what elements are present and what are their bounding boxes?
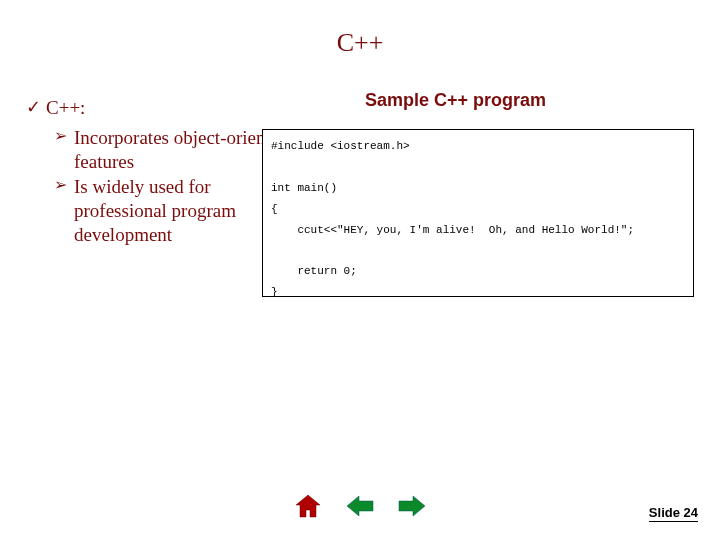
arrow-bullet-icon: ➢ (54, 175, 74, 246)
nav-button-row (0, 492, 720, 520)
home-button[interactable] (293, 492, 323, 520)
bullet-level2: ➢ Incorporates object-oriented features (54, 126, 296, 174)
arrow-right-icon (397, 493, 427, 519)
prev-button[interactable] (345, 492, 375, 520)
home-icon (294, 493, 322, 519)
next-button[interactable] (397, 492, 427, 520)
bullet-level2: ➢ Is widely used for professional progra… (54, 175, 296, 246)
arrow-left-icon (345, 493, 375, 519)
svg-marker-2 (399, 496, 425, 516)
bullet-level1-text: C++: (46, 96, 85, 120)
check-icon: ✓ (26, 96, 46, 120)
svg-marker-0 (296, 495, 320, 517)
slide-title: C++ (0, 28, 720, 58)
body-text-column: ✓ C++: ➢ Incorporates object-oriented fe… (26, 96, 296, 249)
slide-number: Slide 24 (649, 505, 698, 522)
sample-program-label: Sample C++ program (365, 90, 546, 111)
svg-marker-1 (347, 496, 373, 516)
bullet-level1: ✓ C++: (26, 96, 296, 120)
slide: C++ Sample C++ program ✓ C++: ➢ Incorpor… (0, 0, 720, 540)
arrow-bullet-icon: ➢ (54, 126, 74, 174)
code-sample-box: #include <iostream.h> int main() { ccut<… (262, 129, 694, 297)
